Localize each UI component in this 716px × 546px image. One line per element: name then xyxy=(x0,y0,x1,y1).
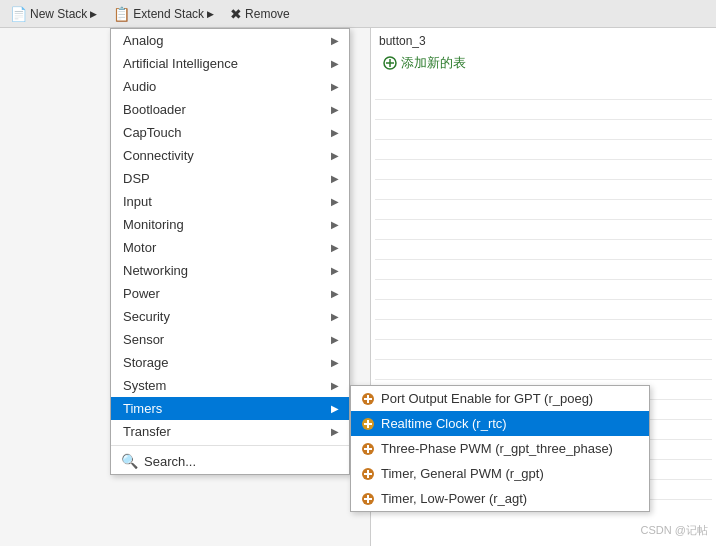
submenu-chevron-icon: ▶ xyxy=(331,311,339,322)
menu-item-label: Monitoring xyxy=(123,217,331,232)
menu-item-label: Input xyxy=(123,194,331,209)
remove-icon: ✖ xyxy=(230,6,242,22)
menu-item-transfer[interactable]: Transfer▶ xyxy=(111,420,349,443)
add-new-label: 添加新的表 xyxy=(401,54,466,72)
submenu-item-label: Timer, General PWM (r_gpt) xyxy=(381,466,544,481)
menu-item-bootloader[interactable]: Bootloader▶ xyxy=(111,98,349,121)
menu-item-label: Audio xyxy=(123,79,331,94)
submenu-item-label: Realtime Clock (r_rtc) xyxy=(381,416,507,431)
submenu-item-label: Three-Phase PWM (r_gpt_three_phase) xyxy=(381,441,613,456)
remove-label: Remove xyxy=(245,7,290,21)
menu-item-label: System xyxy=(123,378,331,393)
grid-row xyxy=(375,360,712,380)
component-add-icon xyxy=(361,442,375,456)
menu-item-label: Bootloader xyxy=(123,102,331,117)
search-label: Search... xyxy=(144,454,196,469)
submenu-chevron-icon: ▶ xyxy=(331,288,339,299)
submenu-chevron-icon: ▶ xyxy=(331,219,339,230)
submenu-item-4[interactable]: Timer, Low-Power (r_agt) xyxy=(351,486,649,511)
right-panel-header xyxy=(371,0,716,28)
menu-item-dsp[interactable]: DSP▶ xyxy=(111,167,349,190)
search-menu-item[interactable]: 🔍Search... xyxy=(111,448,349,474)
chevron-icon: ▶ xyxy=(207,9,214,19)
menu-item-label: CapTouch xyxy=(123,125,331,140)
grid-row xyxy=(375,240,712,260)
component-add-icon xyxy=(361,492,375,506)
grid-row xyxy=(375,120,712,140)
menu-item-label: Storage xyxy=(123,355,331,370)
new-stack-button[interactable]: 📄 New Stack ▶ xyxy=(4,4,103,24)
submenu: Port Output Enable for GPT (r_poeg)Realt… xyxy=(350,385,650,512)
submenu-chevron-icon: ▶ xyxy=(331,58,339,69)
menu-item-monitoring[interactable]: Monitoring▶ xyxy=(111,213,349,236)
grid-row xyxy=(375,340,712,360)
menu-item-connectivity[interactable]: Connectivity▶ xyxy=(111,144,349,167)
submenu-chevron-icon: ▶ xyxy=(331,104,339,115)
menu-item-label: Security xyxy=(123,309,331,324)
component-add-icon xyxy=(361,467,375,481)
component-add-icon xyxy=(361,417,375,431)
menu-item-label: Timers xyxy=(123,401,331,416)
extend-stack-label: Extend Stack xyxy=(133,7,204,21)
grid-row xyxy=(375,320,712,340)
menu-item-motor[interactable]: Motor▶ xyxy=(111,236,349,259)
grid-row xyxy=(375,80,712,100)
menu-item-security[interactable]: Security▶ xyxy=(111,305,349,328)
grid-row xyxy=(375,300,712,320)
menu-item-power[interactable]: Power▶ xyxy=(111,282,349,305)
main-menu: Analog▶Artificial Intelligence▶Audio▶Boo… xyxy=(110,28,350,475)
remove-button[interactable]: ✖ Remove xyxy=(224,4,296,24)
submenu-chevron-icon: ▶ xyxy=(331,173,339,184)
grid-row xyxy=(375,160,712,180)
component-add-icon xyxy=(361,392,375,406)
submenu-chevron-icon: ▶ xyxy=(331,150,339,161)
menu-item-captouch[interactable]: CapTouch▶ xyxy=(111,121,349,144)
menu-item-timers[interactable]: Timers▶ xyxy=(111,397,349,420)
submenu-item-3[interactable]: Timer, General PWM (r_gpt) xyxy=(351,461,649,486)
submenu-chevron-icon: ▶ xyxy=(331,426,339,437)
submenu-chevron-icon: ▶ xyxy=(331,380,339,391)
submenu-chevron-icon: ▶ xyxy=(331,127,339,138)
menu-item-networking[interactable]: Networking▶ xyxy=(111,259,349,282)
submenu-chevron-icon: ▶ xyxy=(331,403,339,414)
submenu-item-label: Port Output Enable for GPT (r_poeg) xyxy=(381,391,593,406)
submenu-item-1[interactable]: Realtime Clock (r_rtc) xyxy=(351,411,649,436)
menu-item-label: Transfer xyxy=(123,424,331,439)
menu-separator xyxy=(111,445,349,446)
grid-row xyxy=(375,260,712,280)
menu-item-label: Motor xyxy=(123,240,331,255)
menu-item-label: Artificial Intelligence xyxy=(123,56,331,71)
menu-item-label: Power xyxy=(123,286,331,301)
chevron-icon: ▶ xyxy=(90,9,97,19)
grid-row xyxy=(375,140,712,160)
new-stack-icon: 📄 xyxy=(10,6,27,22)
grid-row xyxy=(375,220,712,240)
menu-item-analog[interactable]: Analog▶ xyxy=(111,29,349,52)
menu-item-sensor[interactable]: Sensor▶ xyxy=(111,328,349,351)
submenu-item-0[interactable]: Port Output Enable for GPT (r_poeg) xyxy=(351,386,649,411)
submenu-chevron-icon: ▶ xyxy=(331,35,339,46)
tree-item-button3: button_3 xyxy=(375,32,712,50)
menu-item-storage[interactable]: Storage▶ xyxy=(111,351,349,374)
add-icon xyxy=(383,56,397,70)
menu-item-input[interactable]: Input▶ xyxy=(111,190,349,213)
menu-item-label: Analog xyxy=(123,33,331,48)
menu-item-system[interactable]: System▶ xyxy=(111,374,349,397)
submenu-item-label: Timer, Low-Power (r_agt) xyxy=(381,491,527,506)
grid-row xyxy=(375,280,712,300)
extend-stack-button[interactable]: 📋 Extend Stack ▶ xyxy=(107,4,220,24)
menu-item-artificial-intelligence[interactable]: Artificial Intelligence▶ xyxy=(111,52,349,75)
search-rocket-icon: 🔍 xyxy=(121,453,138,469)
submenu-chevron-icon: ▶ xyxy=(331,81,339,92)
menu-item-audio[interactable]: Audio▶ xyxy=(111,75,349,98)
submenu-chevron-icon: ▶ xyxy=(331,357,339,368)
menu-item-label: Connectivity xyxy=(123,148,331,163)
add-new-row[interactable]: 添加新的表 xyxy=(375,50,712,76)
grid-row xyxy=(375,100,712,120)
submenu-item-2[interactable]: Three-Phase PWM (r_gpt_three_phase) xyxy=(351,436,649,461)
menu-item-label: Networking xyxy=(123,263,331,278)
menu-item-label: DSP xyxy=(123,171,331,186)
submenu-chevron-icon: ▶ xyxy=(331,334,339,345)
tree-item-label: button_3 xyxy=(379,34,426,48)
menu-item-label: Sensor xyxy=(123,332,331,347)
